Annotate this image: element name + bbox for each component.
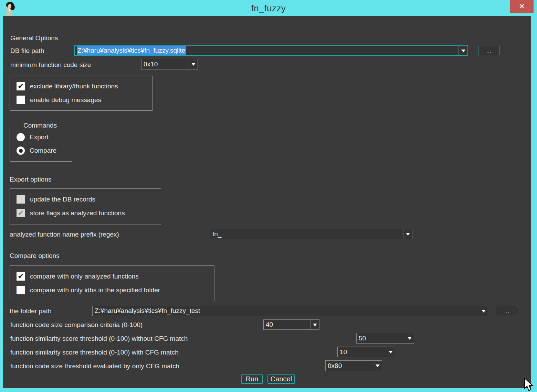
titlebar[interactable]: fn_fuzzy ✕	[0, 0, 537, 16]
export-radio[interactable]	[17, 133, 25, 141]
close-button[interactable]: ✕	[510, 0, 534, 13]
folder-path-browse-button[interactable]: ...	[496, 306, 518, 315]
chevron-down-icon[interactable]	[386, 347, 395, 357]
compare-idbs-checkbox[interactable]: ✔	[17, 286, 25, 294]
compare-analyzed-row: ✔ compare with only analyzed functions	[17, 272, 139, 281]
chevron-down-icon[interactable]	[310, 320, 319, 329]
general-options-heading: General Options	[10, 34, 58, 42]
chevron-down-icon[interactable]	[373, 361, 382, 371]
enable-debug-label: enable debug messages	[30, 96, 101, 104]
chevron-down-icon[interactable]	[403, 229, 412, 239]
prefix-combobox[interactable]: fn_	[210, 229, 412, 239]
folder-path-label: the folder path	[10, 307, 51, 315]
update-db-row: ✔ update the DB records	[17, 195, 95, 204]
export-radio-row: Export	[17, 133, 49, 141]
compare-idbs-label: compare with only idbs in the specified …	[30, 286, 160, 294]
db-file-path-value[interactable]: Z:¥haru¥analysis¥tics¥fn_fuzzy.sqlite	[75, 46, 459, 55]
enable-debug-checkbox[interactable]: ✔	[17, 96, 25, 104]
db-path-browse-button[interactable]: ...	[478, 46, 500, 55]
general-checkbox-group	[10, 76, 153, 111]
compare-radio-row: Compare	[17, 146, 56, 155]
compare-options-heading: Compare options	[10, 251, 60, 260]
threshold-without-cfg-value[interactable]: 50	[357, 333, 405, 343]
store-flags-row: ✔ store flags as analyzed functions	[17, 209, 125, 217]
commands-group-legend: Commands	[22, 122, 59, 129]
threshold-with-cfg-combobox[interactable]: 10	[337, 347, 395, 357]
compare-analyzed-checkbox[interactable]: ✔	[17, 272, 25, 281]
enable-debug-row: ✔ enable debug messages	[17, 96, 101, 104]
code-size-threshold-value[interactable]: 0x80	[326, 361, 373, 371]
store-flags-label: store flags as analyzed functions	[30, 209, 125, 217]
export-radio-label: Export	[30, 133, 49, 141]
chevron-down-icon[interactable]	[405, 333, 414, 343]
store-flags-checkbox[interactable]: ✔	[17, 209, 25, 217]
chevron-down-icon[interactable]	[479, 306, 488, 316]
min-code-size-label: minimum function code size	[10, 61, 91, 69]
min-code-size-value[interactable]: 0x10	[141, 59, 189, 69]
chevron-down-icon[interactable]	[459, 46, 467, 55]
exclude-library-label: exclude library/thunk functions	[30, 83, 118, 90]
cancel-button[interactable]: Cancel	[267, 374, 295, 384]
fn-fuzzy-dialog: fn_fuzzy ✕ General Options DB file path …	[0, 0, 537, 392]
run-button[interactable]: Run	[241, 374, 263, 384]
exclude-library-row: ✔ exclude library/thunk functions	[17, 82, 118, 90]
prefix-value[interactable]: fn_	[210, 229, 403, 239]
code-size-threshold-combobox[interactable]: 0x80	[325, 360, 382, 371]
commands-group: Commands	[10, 126, 72, 162]
db-file-path-label: DB file path	[10, 46, 44, 55]
threshold-without-cfg-label: function similarity score threshold (0-1…	[10, 334, 188, 343]
close-icon: ✕	[519, 3, 525, 10]
code-size-threshold-label: function code size threshold evaluated b…	[10, 362, 179, 370]
folder-path-combobox[interactable]: Z:¥haru¥analysis¥tics¥fn_fuzzy_test	[92, 306, 488, 316]
criteria-value[interactable]: 40	[264, 320, 310, 329]
compare-analyzed-label: compare with only analyzed functions	[30, 273, 139, 280]
criteria-combobox[interactable]: 40	[263, 319, 319, 330]
threshold-without-cfg-combobox[interactable]: 50	[356, 333, 414, 344]
compare-radio-label: Compare	[30, 147, 56, 154]
min-code-size-combobox[interactable]: 0x10	[141, 59, 198, 69]
compare-checkbox-group	[10, 265, 214, 301]
chevron-down-icon[interactable]	[189, 59, 198, 69]
threshold-with-cfg-value[interactable]: 10	[338, 347, 386, 357]
compare-idbs-row: ✔ compare with only idbs in the specifie…	[17, 286, 160, 294]
prefix-label: analyzed function name prefix (regex)	[10, 230, 119, 239]
update-db-checkbox[interactable]: ✔	[17, 195, 25, 204]
folder-path-value[interactable]: Z:¥haru¥analysis¥tics¥fn_fuzzy_test	[93, 306, 479, 316]
exclude-library-checkbox[interactable]: ✔	[17, 82, 25, 90]
export-options-heading: Export options	[10, 175, 51, 184]
threshold-with-cfg-label: function similarity score threshold (0-1…	[10, 348, 179, 357]
update-db-label: update the DB records	[30, 196, 95, 203]
compare-radio[interactable]	[17, 146, 25, 155]
export-checkbox-group	[10, 188, 161, 225]
db-file-path-combobox[interactable]: Z:¥haru¥analysis¥tics¥fn_fuzzy.sqlite	[74, 45, 468, 56]
window-title: fn_fuzzy	[0, 3, 537, 14]
criteria-label: function code size comparison criteria (…	[10, 320, 143, 329]
